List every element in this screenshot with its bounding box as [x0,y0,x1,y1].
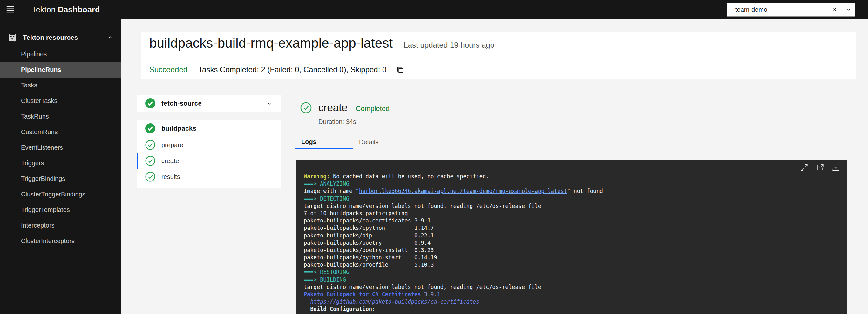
sidebar-item-clustertriggerbindings[interactable]: ClusterTriggerBindings [0,187,121,202]
log-line: Warning: No cached data will be used, no… [304,173,603,180]
last-updated-label: Last updated 19 hours ago [403,41,494,50]
top-header: Tekton Dashboard team-demo [0,0,868,19]
sidebar-nav-list: PipelinesPipelineRunsTasksClusterTasksTa… [0,46,121,249]
log-text: paketo-buildpacks/procfile 5.10.3 [304,261,434,268]
log-line: paketo-buildpacks/poetry 0.9.4 [304,239,603,247]
checkmark-filled-icon [145,123,156,134]
namespace-combobox[interactable]: team-demo [727,3,855,17]
launch-icon[interactable] [815,163,825,172]
task-card-fetch-source: fetch-source [136,95,281,112]
log-text: " not found [567,188,603,194]
checkmark-outline-icon [145,171,156,182]
step-name: create [318,102,348,114]
tasks-summary: Tasks Completed: 2 (Failed: 0, Cancelled… [198,65,386,74]
sidebar: Tekton resources PipelinesPipelineRunsTa… [0,19,121,314]
step-item-prepare[interactable]: prepare [136,137,281,153]
log-text: 7 of 10 buildpacks participating [304,210,408,216]
step-detail-header: create Completed [300,102,390,114]
sidebar-item-clusterinterceptors[interactable]: ClusterInterceptors [0,233,121,249]
sidebar-item-tasks[interactable]: Tasks [0,77,121,93]
log-line: Build Configuration: [304,306,603,313]
log-line: $BP_EMBED_CERTS false Embed certificates… [304,313,603,314]
log-text: Build Configuration: [310,306,375,312]
page-title: buildpacks-build-rmq-example-app-latest [149,36,393,51]
sidebar-item-eventlisteners[interactable]: EventListeners [0,140,121,155]
log-line: target distro name/version labels not fo… [304,283,603,291]
step-duration: Duration: 34s [318,118,356,126]
sidebar-section-tekton-resources[interactable]: Tekton resources [0,29,121,46]
maximize-icon[interactable] [799,163,809,172]
task-item-buildpacks[interactable]: buildpacks [136,120,281,137]
log-text: Warning: [304,173,333,180]
log-text: No cached data will be used, no cache sp… [333,173,489,180]
log-text: paketo-buildpacks/pip 0.22.1 [304,232,434,239]
log-text [304,306,310,312]
task-card-buildpacks: buildpackspreparecreateresults [136,120,281,188]
task-item-fetch-source[interactable]: fetch-source [136,95,281,112]
step-item-create[interactable]: create [136,153,281,169]
tab-details[interactable]: Details [353,135,411,149]
checkmark-outline-icon [145,139,156,150]
status-badge: Succeeded [149,65,187,74]
sidebar-item-interceptors[interactable]: Interceptors [0,218,121,233]
app-title: Tekton Dashboard [32,5,100,14]
brand-product-bold: Dashboard [58,5,100,14]
close-icon[interactable] [827,3,841,16]
sidebar-item-customruns[interactable]: CustomRuns [0,124,121,140]
log-line: 7 of 10 buildpacks participating [304,210,603,217]
download-icon[interactable] [831,163,841,172]
detail-tabs: LogsDetails [296,135,411,149]
log-text: Paketo Buildpack for CA Certificates [304,291,421,297]
sidebar-item-clustertasks[interactable]: ClusterTasks [0,93,121,109]
sidebar-item-triggertemplates[interactable]: TriggerTemplates [0,202,121,218]
log-line: ===> DETECTING [304,195,603,202]
sidebar-item-triggerbindings[interactable]: TriggerBindings [0,171,121,187]
log-line: target distro name/version labels not fo… [304,202,603,210]
chevron-down-icon[interactable] [841,3,855,16]
step-item-results[interactable]: results [136,169,281,185]
sidebar-item-pipelineruns[interactable]: PipelineRuns [0,62,121,77]
log-line: ===> BUILDING [304,276,603,283]
checkmark-outline-icon [145,155,156,166]
checkmark-filled-icon [145,98,156,109]
log-text: ===> RESTORING [304,269,349,275]
log-text: paketo-buildpacks/cpython 1.14.7 [304,225,434,231]
log-line: Paketo Buildpack for CA Certificates 3.9… [304,291,603,298]
log-line: paketo-buildpacks/cpython 1.14.7 [304,224,603,232]
log-text: ===> DETECTING [304,195,349,202]
menu-icon[interactable] [0,0,20,19]
tekton-logo-icon [7,32,18,43]
log-line: paketo-buildpacks/python-start 0.14.19 [304,254,603,261]
log-line: paketo-buildpacks/procfile 5.10.3 [304,261,603,269]
log-output: Warning: No cached data will be used, no… [304,173,603,314]
step-status-label: Completed [356,104,390,113]
copy-icon[interactable] [395,65,405,74]
step-label: prepare [161,142,183,149]
log-line: ===> RESTORING [304,269,603,276]
task-label: buildpacks [161,125,196,132]
log-line: https://github.com/paketo-buildpacks/ca-… [304,298,603,306]
tab-logs[interactable]: Logs [296,135,353,149]
log-text: target distro name/version labels not fo… [304,203,541,209]
tekton-dashboard-app: Tekton Dashboard team-demo Tekton resour… [0,0,868,314]
log-line: ===> ANALYZING [304,180,603,188]
log-text: ===> BUILDING [304,277,346,283]
log-text: paketo-buildpacks/python-start 0.14.19 [304,254,437,261]
brand-product: Tekton [32,5,56,14]
pipeline-run-header-panel: buildpacks-build-rmq-example-app-latest … [141,32,856,80]
log-link[interactable]: https://github.com/paketo-buildpacks/ca-… [310,299,479,305]
checkmark-outline-icon [300,102,312,114]
log-text [304,299,310,305]
log-link[interactable]: harbor.lke366246.akamai-apl.net/team-dem… [359,188,567,194]
run-status-row: Succeeded Tasks Completed: 2 (Failed: 0,… [149,65,405,74]
log-text: paketo-buildpacks/poetry 0.9.4 [304,240,431,246]
log-line: paketo-buildpacks/poetry-install 0.3.23 [304,247,603,254]
sidebar-item-pipelines[interactable]: Pipelines [0,46,121,62]
sidebar-item-triggers[interactable]: Triggers [0,155,121,171]
sidebar-section-label: Tekton resources [23,34,78,41]
log-toolbar [799,163,841,172]
run-title-row: buildpacks-build-rmq-example-app-latest … [149,36,494,51]
step-label: create [161,157,179,165]
sidebar-item-taskruns[interactable]: TaskRuns [0,109,121,124]
log-viewer: Warning: No cached data will be used, no… [296,160,847,314]
